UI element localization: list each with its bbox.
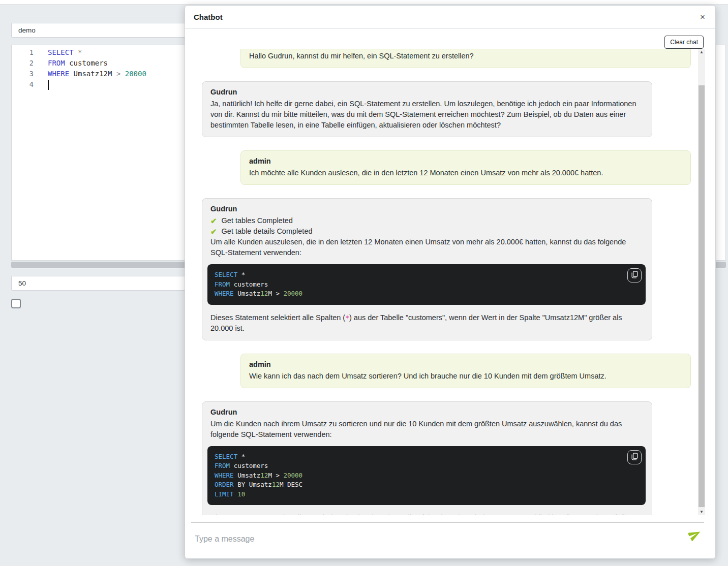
message-text: Um alle Kunden auszulesen, die in den le… [210, 237, 644, 258]
scroll-down-icon[interactable]: ▼ [698, 509, 705, 515]
message-text: Wie kann ich das nach dem Umsatz sortier… [249, 371, 682, 382]
send-button[interactable] [688, 528, 702, 542]
copy-button[interactable] [627, 450, 642, 464]
tool-status-item: ✔ Get table details Completed [210, 226, 644, 237]
chat-message-bot: Gudrun ✔ Get tables Completed ✔ Get tabl… [202, 198, 652, 340]
clear-chat-button[interactable]: Clear chat [664, 36, 704, 49]
copy-icon [631, 271, 638, 280]
close-icon[interactable]: × [700, 13, 705, 21]
chat-message-user: admin Hallo Gudrun, kannst du mir helfen… [240, 49, 691, 68]
scrollbar-thumb[interactable] [699, 85, 705, 507]
message-text: Hallo Gudrun, kannst du mir helfen, ein … [249, 51, 682, 61]
chat-message-user: admin Ich möchte alle Kunden auslesen, d… [240, 150, 691, 185]
code-lines: SELECT *FROM customersWHERE Umsatz12M > … [215, 452, 639, 499]
message-author: Gudrun [210, 87, 644, 97]
code-lines: SELECT *FROM customersWHERE Umsatz12M > … [215, 270, 639, 299]
chat-message-bot: Gudrun Ja, natürlich! Ich helfe dir gern… [202, 81, 652, 137]
code-explanation: Dieses Statement selektiert alle Spalten… [210, 312, 644, 334]
message-author: admin [249, 49, 682, 49]
dialog-title: Chatbot [194, 13, 223, 21]
chat-vertical-scrollbar[interactable]: ▲ ▼ [698, 49, 705, 515]
chatbot-dialog: Chatbot × Clear chat admin Hallo Gudrun,… [185, 5, 716, 559]
chat-input-row [191, 522, 704, 554]
message-author: admin [249, 359, 682, 369]
message-text: Ich möchte alle Kunden auslesen, die in … [249, 168, 682, 178]
message-text: Um die Kunden nach ihrem Umsatz zu sorti… [210, 419, 644, 440]
tool-status-label: Get table details Completed [222, 226, 313, 237]
top-strip [0, 0, 728, 5]
check-icon: ✔ [210, 226, 217, 237]
sql-code-block: SELECT *FROM customersWHERE Umsatz12M > … [207, 446, 646, 506]
paper-plane-icon [688, 535, 702, 543]
option-checkbox[interactable] [11, 299, 21, 308]
message-input[interactable] [195, 529, 673, 549]
message-author: admin [249, 156, 682, 166]
message-text: Ja, natürlich! Ich helfe dir gerne dabei… [210, 99, 644, 131]
code-explanation: Dieses Statement sortiert die Ergebnisse… [210, 513, 644, 515]
copy-button[interactable] [627, 268, 642, 282]
text-cursor [48, 80, 49, 90]
copy-icon [631, 453, 638, 462]
tool-status-item: ✔ Get tables Completed [210, 215, 644, 226]
sql-code-block: SELECT *FROM customersWHERE Umsatz12M > … [207, 264, 646, 305]
scroll-up-icon[interactable]: ▲ [698, 49, 705, 55]
chat-message-bot: Gudrun Um die Kunden nach ihrem Umsatz z… [202, 401, 652, 516]
chat-scroll-area[interactable]: admin Hallo Gudrun, kannst du mir helfen… [202, 49, 691, 515]
message-author: Gudrun [210, 204, 644, 214]
dialog-header: Chatbot × [185, 6, 715, 29]
tool-status-label: Get tables Completed [222, 215, 293, 226]
editor-line-numbers: 1234 [12, 47, 39, 90]
check-icon: ✔ [210, 215, 217, 226]
editor-code[interactable]: SELECT *FROM customersWHERE Umsatz12M > … [48, 47, 146, 90]
message-author: Gudrun [210, 407, 644, 417]
chat-message-user: admin Wie kann ich das nach dem Umsatz s… [240, 354, 691, 388]
